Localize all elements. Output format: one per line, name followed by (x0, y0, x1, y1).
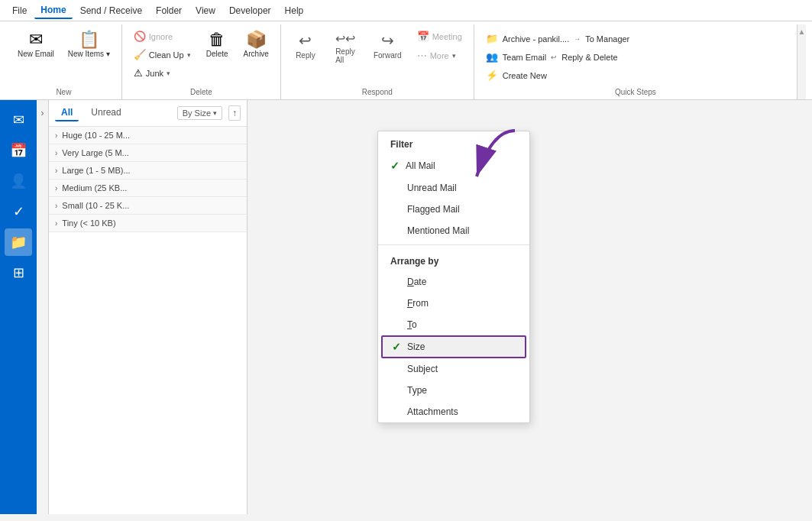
menu-help[interactable]: Help (279, 3, 310, 18)
mail-group-large[interactable]: › Large (1 - 5 MB)... (49, 162, 247, 180)
ribbon-group-quicksteps: 📁 Archive - pankil.... → To Manager 👥 Te… (474, 24, 797, 99)
delete-small-buttons: 🚫 Ignore 🧹 Clean Up ▾ ⚠ Junk ▾ (128, 28, 196, 82)
nav-calendar[interactable]: 📅 (5, 137, 32, 164)
archive-button[interactable]: 📦 Archive (238, 28, 274, 63)
mail-group-medium[interactable]: › Medium (25 KB... (49, 180, 247, 197)
more-label: More (430, 51, 449, 60)
forward-label: Forward (374, 51, 402, 60)
ribbon-group-new: ✉ New Email 📋 New Items ▾ New (6, 24, 122, 99)
team-email-action: Reply & Delete (561, 53, 617, 62)
clean-up-icon: 🧹 (134, 49, 146, 60)
mail-group-large-label: Large (1 - 5 MB)... (62, 166, 130, 175)
filter-separator (378, 244, 529, 245)
ignore-button[interactable]: 🚫 Ignore (128, 28, 196, 45)
junk-icon: ⚠ (134, 67, 143, 79)
mail-list: All Unread By Size ▾ ↑ › Huge (10 - 25 M… (49, 100, 247, 514)
menu-file[interactable]: File (6, 3, 33, 18)
nav-people[interactable]: 👤 (5, 167, 32, 195)
flagged-mail-label: Flagged Mail (407, 204, 460, 215)
forward-button[interactable]: ↪ Forward (367, 28, 409, 63)
mail-group-small-arrow: › (55, 202, 57, 210)
filter-flagged-mail[interactable]: Flagged Mail (378, 199, 529, 220)
arrange-from[interactable]: From (378, 293, 529, 314)
mail-group-small[interactable]: › Small (10 - 25 K... (49, 197, 247, 215)
filter-tab-all[interactable]: All (55, 105, 79, 121)
clean-up-label: Clean Up (149, 50, 184, 60)
left-nav: ✉ 📅 👤 ✓ 📁 ⊞ (0, 100, 37, 514)
all-mail-label: All Mail (406, 160, 435, 171)
arrange-to[interactable]: To (378, 314, 529, 335)
new-email-button[interactable]: ✉ New Email (12, 28, 60, 63)
sort-dropdown-icon: ▾ (213, 109, 217, 117)
reply-all-icon: ↩↩ (335, 31, 355, 46)
arrange-attachments[interactable]: Attachments (378, 401, 529, 422)
menu-send-receive[interactable]: Send / Receive (74, 3, 148, 18)
menu-developer[interactable]: Developer (223, 3, 277, 18)
team-email-arrow: ↩ (551, 53, 557, 61)
archive-pankil-icon: 📁 (486, 33, 498, 44)
meeting-icon: 📅 (417, 31, 429, 42)
archive-icon: 📦 (246, 31, 267, 48)
arrange-to-label: To (407, 319, 417, 330)
reply-all-label: ReplyAll (335, 47, 355, 64)
sort-by-size-button[interactable]: By Size ▾ (177, 106, 222, 120)
mail-group-very-large-arrow: › (55, 149, 57, 157)
app-body: ✉ 📅 👤 ✓ 📁 ⊞ › All Unread By Size ▾ ↑ › H… (0, 100, 812, 514)
delete-button[interactable]: 🗑 Delete (201, 28, 234, 63)
mail-group-tiny[interactable]: › Tiny (< 10 KB) (49, 215, 247, 232)
arrange-section-header: Arrange by (378, 248, 529, 271)
meeting-label: Meeting (432, 32, 462, 41)
meeting-button[interactable]: 📅 Meeting (412, 28, 467, 45)
more-arrow: ▾ (452, 52, 456, 60)
new-items-icon: 📋 (79, 31, 99, 48)
quickstep-create-new[interactable]: ⚡ Create New (480, 67, 791, 83)
arrange-type[interactable]: Type (378, 380, 529, 401)
menu-home[interactable]: Home (34, 2, 72, 19)
mail-list-header: All Unread By Size ▾ ↑ (49, 100, 247, 127)
junk-button[interactable]: ⚠ Junk ▾ (128, 64, 196, 82)
all-mail-check-icon: ✓ (390, 160, 400, 172)
nav-folder[interactable]: 📁 (5, 228, 32, 256)
nav-apps[interactable]: ⊞ (5, 259, 32, 286)
mail-group-large-arrow: › (55, 167, 57, 175)
ignore-icon: 🚫 (134, 31, 146, 42)
new-items-label: New Items ▾ (68, 50, 110, 59)
menu-folder[interactable]: Folder (150, 3, 188, 18)
ribbon-group-respond: ↩ Reply ↩↩ ReplyAll ↪ Forward 📅 Meeting … (281, 24, 474, 99)
filter-unread-mail[interactable]: Unread Mail (378, 177, 529, 199)
filter-mentioned-mail[interactable]: Mentioned Mail (378, 220, 529, 241)
team-email-icon: 👥 (486, 51, 498, 63)
clean-up-button[interactable]: 🧹 Clean Up ▾ (128, 46, 196, 63)
mail-group-huge[interactable]: › Huge (10 - 25 M... (49, 127, 247, 144)
new-email-icon: ✉ (29, 31, 43, 48)
new-items-button[interactable]: 📋 New Items ▾ (63, 28, 115, 63)
reply-all-button[interactable]: ↩↩ ReplyAll (327, 28, 364, 68)
filter-tab-unread[interactable]: Unread (85, 105, 127, 121)
folder-panel[interactable]: › (37, 100, 49, 514)
mail-group-huge-label: Huge (10 - 25 M... (62, 131, 130, 140)
arrange-size[interactable]: ✓ Size (381, 335, 526, 358)
create-new-label: Create New (503, 71, 547, 80)
arrange-date[interactable]: Date (378, 271, 529, 293)
unread-mail-label: Unread Mail (407, 183, 457, 193)
filter-dropdown-menu: Filter ✓ All Mail Unread Mail Flagged Ma… (377, 131, 530, 423)
quickstep-archive[interactable]: 📁 Archive - pankil.... → To Manager (480, 31, 791, 47)
sort-order-button[interactable]: ↑ (228, 105, 241, 121)
menu-view[interactable]: View (189, 3, 222, 18)
nav-tasks[interactable]: ✓ (5, 198, 32, 225)
ribbon-scrollbar[interactable]: ▲ (797, 24, 806, 99)
quickstep-team-email[interactable]: 👥 Team Email ↩ Reply & Delete (480, 49, 791, 65)
arrange-date-label: Date (407, 277, 426, 287)
filter-all-mail[interactable]: ✓ All Mail (378, 154, 529, 177)
more-button[interactable]: ⋯ More ▾ (412, 47, 467, 64)
arrange-subject[interactable]: Subject (378, 358, 529, 380)
arrange-size-label: Size (407, 341, 425, 352)
archive-pankil-target: To Manager (585, 34, 629, 44)
reply-label: Reply (296, 51, 315, 60)
nav-mail[interactable]: ✉ (5, 106, 32, 134)
more-icon: ⋯ (417, 50, 427, 61)
mail-group-huge-arrow: › (55, 131, 57, 140)
create-new-icon: ⚡ (486, 70, 498, 81)
reply-button[interactable]: ↩ Reply (287, 28, 324, 63)
mail-group-very-large[interactable]: › Very Large (5 M... (49, 144, 247, 162)
